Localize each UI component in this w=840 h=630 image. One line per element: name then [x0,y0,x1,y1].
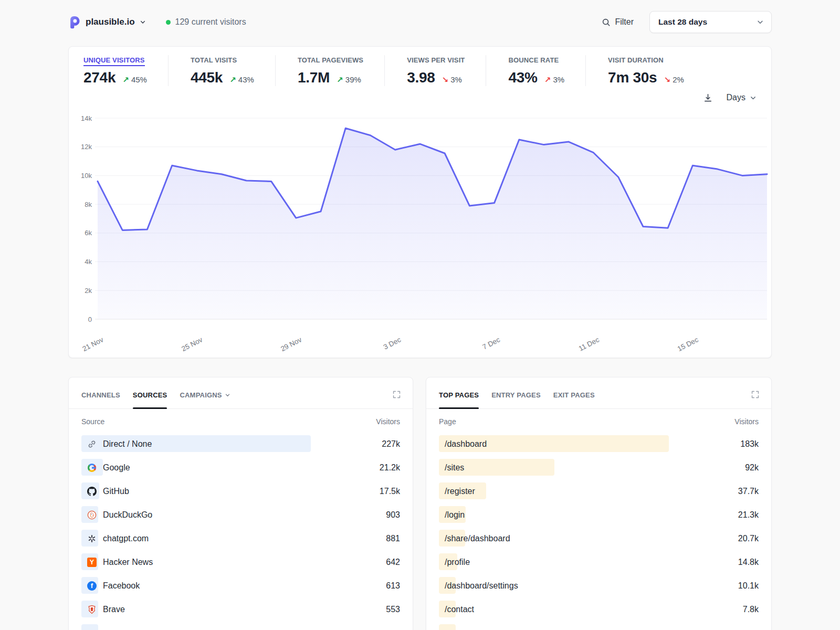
page-row[interactable]: /contact7.8k [439,597,759,621]
arrow-up-icon: ↗ [122,75,129,84]
stat-change: ↗ 45% [122,75,147,85]
svg-text:12k: 12k [81,143,92,151]
page-row[interactable]: /register37.7k [439,479,759,503]
arrow-up-icon: ↗ [229,75,236,84]
sources-tab-sources[interactable]: SOURCES [133,391,167,408]
stat-value: 3.98 [407,69,435,86]
row-value: 92k [745,463,759,472]
stat-change: ↘ 2% [664,75,684,85]
source-row[interactable]: fFacebook613 [81,574,400,597]
date-range-select[interactable]: Last 28 days [649,11,772,33]
pages-col-value: Visitors [734,417,759,426]
source-row[interactable]: DuckDuckGo903 [81,503,400,527]
page-row[interactable]: /dashboard/settings10.1k [439,574,759,597]
arrow-up-icon: ↗ [337,75,343,84]
source-row[interactable]: Brave553 [81,597,400,621]
row-value: 903 [386,510,400,520]
pages-tab-entry-pages[interactable]: ENTRY PAGES [491,391,541,408]
page-row[interactable]: /share/dashboard20.7k [439,527,759,550]
filter-button[interactable]: Filter [602,17,634,27]
source-row[interactable]: YHacker News642 [81,550,400,574]
chevron-down-icon [225,392,230,398]
row-value: 37.7k [738,487,759,496]
row-label: /login [439,510,465,520]
download-icon[interactable] [703,93,713,103]
stat-views-per-visit[interactable]: VIEWS PER VISIT3.98↘ 3% [384,55,486,86]
sources-rows: Direct / None227kGoogle21.2kGitHub17.5kD… [69,432,413,630]
arrow-down-icon: ↘ [664,75,670,84]
stat-change: ↗ 43% [229,75,254,85]
pages-tab-top-pages[interactable]: TOP PAGES [439,391,479,408]
stat-label: VISIT DURATION [608,55,684,65]
row-value: 17.5k [380,487,400,496]
svg-text:6k: 6k [85,229,92,237]
svg-text:7 Dec: 7 Dec [481,335,501,351]
pages-tab-exit-pages[interactable]: EXIT PAGES [553,391,595,408]
row-label: DuckDuckGo [81,510,152,520]
source-row[interactable]: Google21.2k [81,456,400,479]
stat-bounce-rate[interactable]: BOUNCE RATE43%↗ 3% [486,55,585,86]
stat-value: 43% [508,69,537,86]
top-bar: plausible.io 129 current visitors Filter… [68,10,772,34]
row-value: 642 [386,558,400,567]
page-row[interactable]: /login21.3k [439,503,759,527]
row-value: 21.3k [738,510,759,520]
page-row[interactable]: /sites92k [439,456,759,479]
stat-label: UNIQUE VISITORS [83,55,147,65]
svg-text:14k: 14k [81,114,92,122]
sources-tabs: CHANNELSSOURCESCAMPAIGNS [69,377,413,409]
row-label: /contact [439,605,474,614]
visitors-overview-card: UNIQUE VISITORS274k↗ 45%TOTAL VISITS445k… [68,46,772,358]
stat-label: BOUNCE RATE [508,55,564,65]
row-label: Brave [81,605,125,614]
dashboard-page: plausible.io 129 current visitors Filter… [68,10,772,630]
page-row[interactable]: /profile14.8k [439,550,759,574]
interval-picker[interactable]: Days [727,93,757,102]
sources-tab-channels[interactable]: CHANNELS [81,391,120,408]
stat-visit-duration[interactable]: VISIT DURATION7m 30s↘ 2% [585,55,705,86]
row-value: 10.1k [738,581,759,591]
stats-row: UNIQUE VISITORS274k↗ 45%TOTAL VISITS445k… [69,47,771,86]
stat-change: ↘ 3% [442,75,462,85]
github-icon [87,487,97,496]
row-label: Google [81,463,130,472]
sources-tab-campaigns[interactable]: CAMPAIGNS [180,391,230,408]
site-switcher[interactable]: plausible.io [68,15,146,29]
current-visitors[interactable]: 129 current visitors [166,17,246,27]
date-range-value: Last 28 days [658,17,707,27]
row-label: GitHub [81,487,129,496]
source-row[interactable]: GitHub17.5k [81,479,400,503]
visitors-chart: 02k4k6k8k10k12k14k21 Nov25 Nov29 Nov3 De… [69,105,771,352]
row-label: chatgpt.com [81,534,149,543]
row-value: 881 [386,534,400,543]
page-row[interactable]: /dashboard183k [439,432,759,456]
source-row[interactable]: Direct / None227k [81,432,400,456]
row-label: /share/dashboard [439,534,510,543]
pages-rows: /dashboard183k/sites92k/register37.7k/lo… [426,432,771,630]
arrow-down-icon: ↘ [442,75,449,84]
svg-text:10k: 10k [81,172,92,180]
row-label: YHacker News [81,558,153,567]
duckduckgo-icon [87,510,97,520]
chevron-down-icon [750,94,757,101]
stat-unique-visitors[interactable]: UNIQUE VISITORS274k↗ 45% [83,55,168,86]
source-row[interactable]: chatgpt.com881 [81,527,400,550]
svg-text:0: 0 [88,316,92,323]
svg-text:4k: 4k [85,258,92,266]
stat-total-pageviews[interactable]: TOTAL PAGEVIEWS1.7M↗ 39% [275,55,384,86]
page-row-partial [439,621,759,630]
expand-icon[interactable] [392,390,401,401]
current-visitors-label: 129 current visitors [175,17,246,27]
arrow-up-icon: ↗ [544,75,551,84]
filter-label: Filter [615,17,634,27]
chevron-down-icon [757,18,764,26]
stat-total-visits[interactable]: TOTAL VISITS445k↗ 43% [168,55,275,86]
stat-change: ↗ 3% [544,75,564,85]
row-label: /dashboard [439,439,487,449]
row-value: 7.8k [743,605,759,614]
sources-col-value: Visitors [376,417,400,426]
expand-icon[interactable] [751,390,760,401]
svg-text:11 Dec: 11 Dec [578,335,601,352]
stat-value: 7m 30s [608,69,657,86]
sources-col-name: Source [81,417,104,426]
